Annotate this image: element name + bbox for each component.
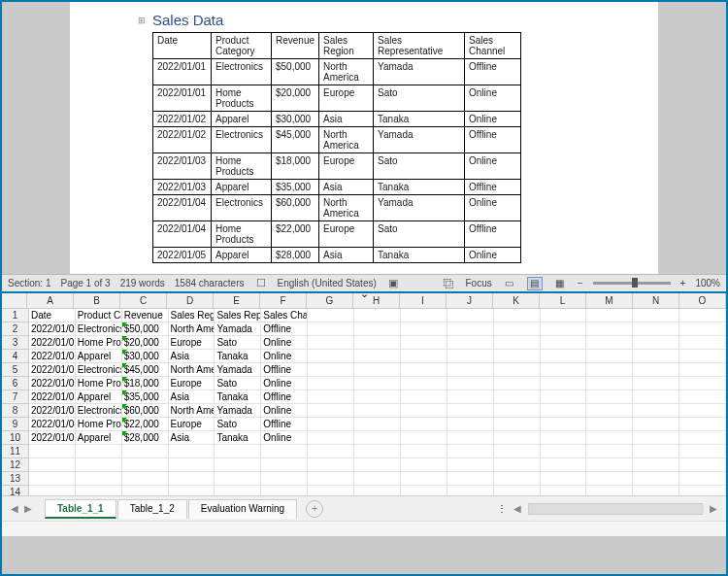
focus-icon[interactable]: ⿻ (443, 277, 456, 290)
cell[interactable]: Tanaka (215, 431, 261, 445)
cell[interactable]: Asia (169, 390, 215, 404)
cell[interactable]: Product Ca (76, 309, 122, 322)
cell[interactable]: Offline (261, 363, 308, 377)
cell[interactable]: $18,000 (122, 377, 169, 390)
hscroll-right[interactable]: ▶ (707, 503, 720, 514)
cell[interactable] (308, 322, 354, 336)
cell[interactable]: Tanaka (215, 350, 261, 363)
cell[interactable] (586, 377, 633, 390)
cell[interactable] (29, 472, 76, 486)
row-header[interactable]: 7 (2, 390, 29, 404)
cell[interactable] (633, 458, 679, 472)
cell[interactable] (354, 309, 401, 322)
cell[interactable] (541, 336, 587, 350)
cell[interactable]: North Ame (169, 322, 215, 336)
cell[interactable] (586, 431, 633, 445)
cell[interactable] (401, 404, 447, 418)
column-header[interactable]: N (633, 293, 679, 308)
row-header[interactable]: 4 (2, 350, 29, 363)
row-header[interactable]: 9 (2, 418, 29, 431)
cell[interactable]: $22,000 (122, 418, 169, 431)
zoom-out-button[interactable]: − (578, 278, 583, 288)
cell[interactable] (354, 390, 401, 404)
cell[interactable] (122, 486, 169, 495)
cell[interactable] (541, 390, 587, 404)
cell[interactable]: Tanaka (215, 390, 261, 404)
cell[interactable] (679, 336, 726, 350)
tab-nav-prev[interactable]: ◀ (8, 503, 21, 514)
cell[interactable] (76, 486, 122, 495)
cell[interactable] (76, 472, 122, 486)
cell[interactable] (261, 458, 308, 472)
cell[interactable] (679, 350, 726, 363)
cell[interactable] (494, 390, 541, 404)
zoom-slider[interactable] (593, 282, 671, 285)
column-header[interactable]: J (447, 293, 493, 308)
cell[interactable] (586, 486, 633, 495)
cell[interactable] (679, 390, 726, 404)
cell[interactable] (169, 472, 215, 486)
cell[interactable] (633, 336, 679, 350)
cell[interactable]: Europe (169, 377, 215, 390)
cell[interactable] (401, 377, 447, 390)
cell[interactable]: 2022/01/03 (29, 390, 76, 404)
cell[interactable]: 2022/01/02 (29, 350, 76, 363)
cell[interactable]: Apparel (76, 350, 122, 363)
cell[interactable]: $50,000 (122, 322, 169, 336)
cell[interactable] (354, 322, 401, 336)
cell[interactable] (401, 336, 447, 350)
cell[interactable] (494, 322, 541, 336)
cell[interactable] (447, 390, 494, 404)
cell[interactable] (586, 404, 633, 418)
cell[interactable] (679, 418, 726, 431)
cell[interactable] (633, 390, 679, 404)
cell[interactable] (354, 363, 401, 377)
cell[interactable] (541, 458, 587, 472)
cell[interactable] (354, 472, 401, 486)
cell[interactable] (633, 309, 679, 322)
cell[interactable] (586, 309, 633, 322)
hscroll-track[interactable] (528, 503, 703, 515)
cell[interactable] (541, 418, 587, 431)
cell[interactable] (633, 363, 679, 377)
cell[interactable] (679, 458, 726, 472)
cell[interactable] (122, 445, 169, 458)
cell[interactable] (261, 445, 308, 458)
zoom-level[interactable]: 100% (695, 278, 720, 288)
row-header[interactable]: 13 (2, 472, 29, 486)
cell[interactable]: $60,000 (122, 404, 169, 418)
cell[interactable] (447, 377, 494, 390)
cell[interactable] (633, 377, 679, 390)
cell[interactable] (122, 472, 169, 486)
cell[interactable] (447, 309, 494, 322)
cell[interactable]: Yamada (215, 363, 261, 377)
cell[interactable] (679, 322, 726, 336)
cell[interactable] (541, 486, 587, 495)
column-header[interactable]: E (214, 293, 260, 308)
hscroll-left[interactable]: ◀ (511, 503, 524, 514)
cell[interactable]: Asia (169, 350, 215, 363)
cell[interactable] (447, 472, 494, 486)
cell[interactable]: $35,000 (122, 390, 169, 404)
sheet-tab[interactable]: Table_1_2 (117, 499, 187, 519)
cell[interactable] (541, 350, 587, 363)
cell[interactable]: Sato (215, 418, 261, 431)
cell[interactable] (308, 486, 354, 495)
row-header[interactable]: 2 (2, 322, 29, 336)
cell[interactable]: Offline (261, 418, 308, 431)
cell[interactable] (586, 458, 633, 472)
cell[interactable] (541, 431, 587, 445)
row-header[interactable]: 12 (2, 458, 29, 472)
macro-icon[interactable]: ▣ (386, 277, 400, 290)
sheet-tab[interactable]: Table_1_1 (45, 499, 116, 519)
cell[interactable]: Electronics (76, 322, 122, 336)
cell[interactable] (215, 486, 261, 495)
zoom-in-button[interactable]: + (680, 278, 686, 288)
cell[interactable] (679, 309, 726, 322)
sheet-grid[interactable]: 1DateProduct CaRevenueSales RegiSales Re… (2, 309, 726, 495)
cell[interactable] (586, 390, 633, 404)
cell[interactable] (494, 404, 541, 418)
sheet-tab[interactable]: Evaluation Warning (188, 499, 297, 519)
cell[interactable] (679, 363, 726, 377)
cell[interactable] (354, 350, 401, 363)
